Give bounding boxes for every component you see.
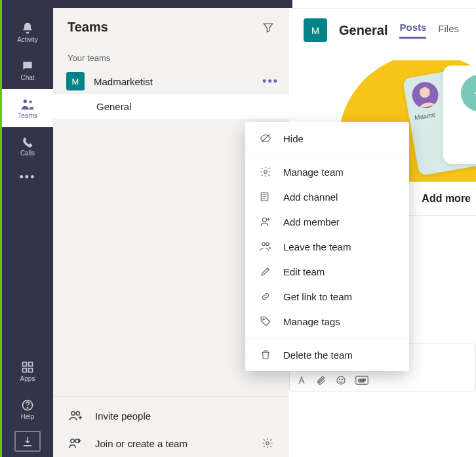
svg-rect-3	[29, 362, 33, 366]
svg-point-10	[71, 439, 74, 443]
title-bar	[2, 0, 476, 8]
svg-point-24	[266, 243, 269, 246]
gear-icon	[262, 437, 273, 449]
menu-hide[interactable]: Hide	[245, 126, 409, 151]
team-name: Madmarketist	[94, 76, 249, 87]
invite-label: Invite people	[95, 410, 151, 422]
leave-icon	[260, 241, 271, 252]
team-avatar: M	[66, 72, 85, 90]
team-context-menu: Hide Manage team Add channel Add member …	[245, 122, 409, 371]
svg-point-20	[264, 170, 268, 174]
app-rail: Activity Chat Teams Calls •••	[2, 0, 53, 457]
menu-edit-team-label: Edit team	[283, 266, 325, 277]
hide-icon	[260, 132, 271, 144]
tag-icon	[260, 315, 271, 327]
rail-chat-label: Chat	[20, 74, 34, 81]
rail-download[interactable]	[14, 431, 41, 452]
rail-calls[interactable]: Calls	[2, 127, 53, 165]
rail-teams[interactable]: Teams	[2, 89, 53, 127]
menu-leave-team[interactable]: Leave the team	[245, 234, 409, 259]
menu-delete-team-label: Delete the team	[283, 349, 353, 361]
trash-icon	[260, 349, 271, 361]
svg-point-25	[263, 319, 264, 320]
rail-activity-label: Activity	[17, 36, 38, 43]
invite-people[interactable]: Invite people	[65, 402, 277, 429]
svg-text:GIF: GIF	[358, 378, 366, 383]
apps-icon	[21, 361, 34, 374]
channel-title: General	[339, 23, 387, 38]
menu-hide-label: Hide	[283, 133, 304, 144]
svg-rect-4	[23, 368, 27, 372]
teams-icon	[20, 98, 35, 111]
menu-edit-team[interactable]: Edit team	[245, 259, 409, 284]
channel-header: M General Posts Files	[289, 8, 476, 47]
gear-icon	[260, 166, 271, 178]
rail-apps[interactable]: Apps	[2, 352, 53, 390]
link-icon	[260, 290, 271, 302]
rail-calls-label: Calls	[20, 149, 35, 157]
panel-settings-button[interactable]	[262, 437, 273, 449]
svg-point-22	[263, 218, 267, 222]
rail-help-label: Help	[21, 413, 35, 420]
team-row[interactable]: M Madmarketist •••	[53, 68, 289, 94]
attach-icon[interactable]	[316, 375, 327, 386]
svg-point-15	[337, 376, 345, 384]
svg-point-9	[76, 412, 79, 415]
join-create-team[interactable]: Join or create a team	[65, 429, 277, 457]
panel-title: Teams	[68, 20, 108, 35]
svg-point-16	[339, 379, 340, 380]
emoji-icon[interactable]	[336, 375, 346, 386]
filter-icon	[262, 21, 275, 34]
svg-point-1	[29, 100, 31, 103]
add-channel-icon	[260, 191, 271, 203]
rail-chat[interactable]: Chat	[2, 51, 53, 89]
invite-icon	[69, 410, 83, 422]
team-more-button[interactable]: •••	[258, 73, 283, 90]
svg-point-17	[342, 379, 342, 380]
download-icon	[22, 435, 33, 447]
rail-more-icon[interactable]: •••	[20, 170, 36, 184]
menu-manage-team[interactable]: Manage team	[245, 159, 409, 184]
menu-manage-tags[interactable]: Manage tags	[245, 309, 409, 334]
gif-icon[interactable]: GIF	[355, 375, 368, 386]
menu-leave-team-label: Leave the team	[283, 241, 351, 252]
channel-row-general[interactable]: General	[53, 94, 289, 119]
pencil-icon	[260, 266, 271, 277]
tab-files[interactable]: Files	[438, 23, 459, 38]
svg-point-7	[27, 407, 28, 408]
join-create-label: Join or create a team	[95, 438, 188, 449]
chat-icon	[21, 60, 34, 73]
bell-icon	[21, 22, 34, 35]
channel-name: General	[96, 101, 131, 112]
svg-point-23	[262, 243, 266, 246]
menu-add-member[interactable]: Add member	[245, 209, 409, 234]
app-root: Activity Chat Teams Calls •••	[0, 0, 476, 457]
add-more-label: Add more	[422, 193, 471, 204]
rail-teams-label: Teams	[18, 112, 37, 119]
svg-point-8	[71, 412, 75, 415]
menu-add-channel-label: Add channel	[283, 191, 338, 203]
more-icon: •••	[262, 75, 279, 88]
menu-delete-team[interactable]: Delete the team	[245, 342, 409, 367]
svg-point-12	[266, 442, 269, 445]
menu-manage-team-label: Manage team	[283, 167, 344, 178]
menu-get-link-label: Get link to team	[283, 291, 352, 302]
filter-button[interactable]	[262, 21, 275, 34]
menu-add-member-label: Add member	[283, 216, 340, 228]
rail-apps-label: Apps	[20, 375, 35, 382]
phone-icon	[22, 136, 33, 148]
rail-activity[interactable]: Activity	[2, 13, 53, 51]
plus-icon: +	[461, 75, 476, 111]
menu-get-link[interactable]: Get link to team	[245, 284, 409, 309]
join-create-icon	[69, 437, 83, 449]
svg-rect-2	[23, 362, 27, 366]
hero-card-add[interactable]: +	[443, 66, 476, 164]
tab-posts[interactable]: Posts	[399, 22, 426, 39]
channel-avatar: M	[304, 18, 327, 42]
format-icon[interactable]	[296, 375, 307, 386]
add-member-icon	[260, 216, 271, 228]
rail-help[interactable]: Help	[2, 390, 53, 428]
your-teams-label: Your teams	[53, 52, 289, 68]
menu-add-channel[interactable]: Add channel	[245, 184, 409, 209]
svg-rect-5	[29, 368, 33, 372]
